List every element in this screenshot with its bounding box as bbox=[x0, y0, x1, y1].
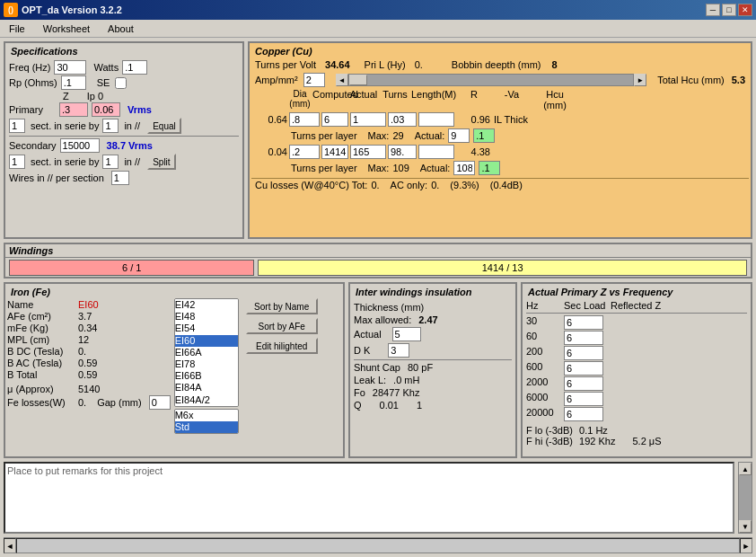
freq-input[interactable] bbox=[54, 60, 86, 75]
sec-2-input[interactable] bbox=[564, 346, 603, 360]
row1-actual-input[interactable] bbox=[289, 112, 320, 127]
amp-label: Amp/mm² bbox=[255, 75, 298, 85]
remarks-scroll-up[interactable]: ▲ bbox=[739, 463, 752, 475]
actual-label: Actual bbox=[354, 329, 382, 340]
scroll-right-btn[interactable]: ► bbox=[634, 74, 646, 86]
remarks-section: Place to put remarks for this project ▲ … bbox=[4, 462, 752, 534]
watts-label: Watts bbox=[93, 62, 119, 73]
inter-panel: Inter windings insulation Thickness (mm)… bbox=[348, 282, 517, 458]
row2-va-input[interactable] bbox=[418, 145, 454, 159]
copper-header: Dia (mm) Computed Actual Turns Length(M)… bbox=[251, 88, 749, 111]
pril-value: 0. bbox=[415, 59, 423, 70]
close-button[interactable]: ✕ bbox=[738, 4, 752, 16]
watts-input[interactable] bbox=[122, 60, 147, 75]
ei42-option: EI42 bbox=[175, 299, 238, 311]
sec-4-input[interactable] bbox=[564, 376, 603, 391]
pct-val: (9.3%) bbox=[450, 180, 479, 190]
dk-input[interactable] bbox=[388, 343, 409, 358]
pri-sect-serie-input[interactable] bbox=[9, 119, 25, 133]
sec-z-input[interactable] bbox=[60, 138, 100, 153]
menu-about[interactable]: About bbox=[102, 22, 139, 36]
amp-input[interactable] bbox=[303, 73, 325, 87]
sec-3-input[interactable] bbox=[564, 361, 603, 376]
tpl2-input[interactable] bbox=[479, 161, 500, 175]
row1-turns-input[interactable] bbox=[321, 112, 348, 127]
cu-losses-row: Cu losses (W@40°C) Tot: 0. AC only: 0. (… bbox=[251, 178, 749, 191]
top-row: Specifications Freq (Hz) Watts Rp (Ohms)… bbox=[4, 41, 752, 239]
primary-row: Primary Vrms bbox=[9, 102, 239, 117]
se-checkbox[interactable] bbox=[115, 77, 127, 89]
sec-1-input[interactable] bbox=[564, 331, 603, 345]
btotal-label: B Total bbox=[7, 369, 75, 380]
menu-file[interactable]: File bbox=[4, 22, 31, 36]
edit-button[interactable]: Edit hilighted bbox=[246, 338, 318, 354]
rp-input[interactable] bbox=[61, 75, 86, 90]
mu-label: μ (Approx) bbox=[7, 384, 75, 394]
winding-bar-sec: 1414 / 13 bbox=[258, 260, 747, 276]
gap-input[interactable] bbox=[149, 395, 171, 410]
pri-sect-par-input[interactable] bbox=[102, 119, 119, 133]
name-value: EI60 bbox=[78, 299, 99, 310]
material-select[interactable]: M6x Std bbox=[174, 409, 239, 434]
equal-button[interactable]: Equal bbox=[147, 118, 181, 134]
row1-r-input[interactable] bbox=[388, 112, 417, 127]
tpl2-actual-input[interactable] bbox=[453, 161, 475, 175]
row2-length-input[interactable] bbox=[350, 145, 386, 159]
wires-row: Wires in // per section bbox=[9, 171, 239, 185]
row2-actual-input[interactable] bbox=[289, 145, 320, 159]
sec-sect-par-input[interactable] bbox=[102, 155, 119, 169]
sec-sect-serie-input[interactable] bbox=[9, 155, 25, 169]
sort-by-name-button[interactable]: Sort by Name bbox=[246, 298, 318, 314]
q-value: 0.01 bbox=[380, 400, 399, 411]
primary-z-input[interactable] bbox=[59, 102, 88, 117]
fo-value: 28477 Khz bbox=[373, 387, 420, 398]
row1-length-input[interactable] bbox=[350, 112, 386, 127]
maximize-button[interactable]: □ bbox=[722, 4, 736, 16]
primary-ip-input[interactable] bbox=[92, 102, 120, 117]
row2-r-input[interactable] bbox=[388, 145, 417, 159]
leakl-row: Leak L: .0 mH bbox=[354, 375, 512, 385]
scroll-left-btn[interactable]: ◄ bbox=[336, 74, 348, 86]
sec-sect-serie-label: sect. in serie by bbox=[31, 156, 99, 167]
iron-buttons: Sort by Name Sort by AFe Edit hilighted bbox=[242, 298, 318, 434]
ei48-option: EI48 bbox=[175, 311, 238, 323]
actual-input[interactable] bbox=[392, 327, 421, 341]
scroll-thumb[interactable] bbox=[349, 75, 367, 85]
remarks-scroll-down[interactable]: ▼ bbox=[739, 520, 752, 533]
hscroll-track bbox=[16, 538, 740, 553]
remarks-textarea[interactable] bbox=[7, 476, 731, 530]
iron-content: NameEI60 AFe (cm²)3.7 mFe (Kg)0.34 MPL (… bbox=[7, 298, 341, 434]
bottom-row: Iron (Fe) NameEI60 AFe (cm²)3.7 mFe (Kg)… bbox=[4, 282, 752, 458]
fhi-row: F hi (-3dB) 192 Khz 5.2 μS bbox=[526, 436, 747, 446]
remarks-placeholder: Place to put remarks for this project bbox=[7, 465, 163, 476]
winding-bar-pri: 6 / 1 bbox=[9, 260, 254, 276]
total-hcu-label: Total Hcu (mm) bbox=[657, 75, 725, 85]
hscroll-right[interactable]: ► bbox=[740, 538, 752, 553]
tpl1-input[interactable] bbox=[473, 128, 495, 143]
row2-turns-input[interactable] bbox=[321, 145, 348, 159]
tpl1-actual-input[interactable] bbox=[448, 128, 470, 143]
menu-worksheet[interactable]: Worksheet bbox=[38, 22, 95, 36]
iron-select[interactable]: EI42 EI48 EI54 EI60 EI66A EI78 EI66B EI8… bbox=[174, 298, 239, 407]
main-content: Specifications Freq (Hz) Watts Rp (Ohms)… bbox=[0, 38, 756, 557]
row1-va-input[interactable] bbox=[418, 112, 454, 127]
hz-5: 6000 bbox=[526, 392, 562, 406]
scrollbar-h[interactable]: ◄ ► bbox=[336, 73, 646, 87]
hz-6: 20000 bbox=[526, 407, 562, 421]
bdc-value: 0. bbox=[78, 346, 86, 357]
tpl-max-val: 29 bbox=[392, 130, 403, 141]
hscroll-left[interactable]: ◄ bbox=[4, 538, 16, 553]
wires-input[interactable] bbox=[111, 171, 129, 185]
split-button[interactable]: Split bbox=[147, 154, 175, 170]
sort-by-afe-button[interactable]: Sort by AFe bbox=[246, 318, 318, 334]
sec-6-input[interactable] bbox=[564, 407, 603, 421]
dk-row: D K bbox=[354, 343, 512, 358]
cu-info-row1: Turns per Volt 34.64 Pri L (Hy) 0. Bobbi… bbox=[251, 58, 749, 71]
pri-sect-row: sect. in serie by in // Equal bbox=[9, 118, 239, 134]
sec-5-input[interactable] bbox=[564, 392, 603, 406]
sec-0-input[interactable] bbox=[564, 315, 603, 330]
sec-sect-par-label: in // bbox=[124, 156, 140, 167]
app-icon: () bbox=[4, 3, 18, 17]
fe-losses-label: Fe losses(W) bbox=[7, 397, 75, 408]
minimize-button[interactable]: ─ bbox=[706, 4, 720, 16]
